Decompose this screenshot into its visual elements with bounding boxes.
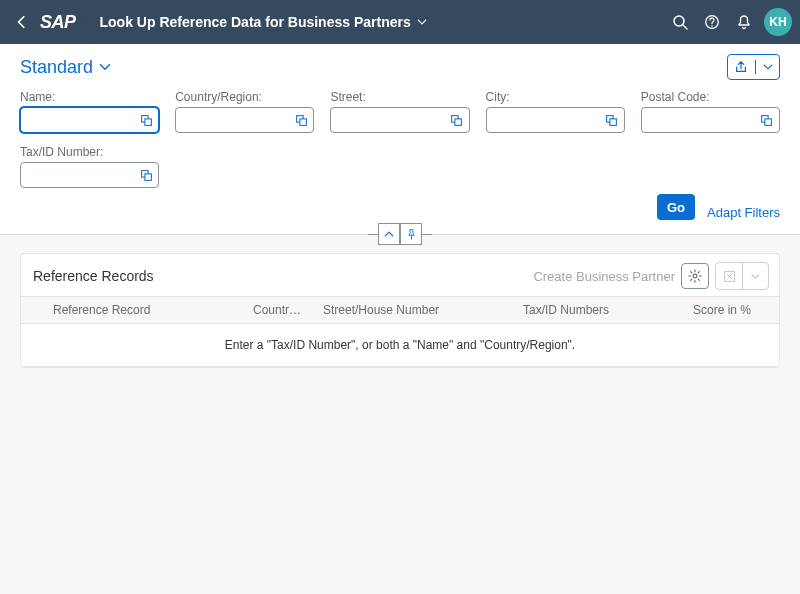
table-empty-text: Enter a "Tax/ID Number", or both a "Name… — [21, 324, 779, 367]
col-select-all[interactable] — [21, 297, 45, 324]
table-empty-row: Enter a "Tax/ID Number", or both a "Name… — [21, 324, 779, 367]
help-button[interactable] — [696, 6, 728, 38]
col-street[interactable]: Street/House Number — [315, 297, 515, 324]
export-menu-button — [715, 262, 769, 290]
value-help-icon — [140, 169, 153, 182]
svg-rect-8 — [300, 118, 307, 125]
filter-taxid-label: Tax/ID Number: — [20, 145, 159, 159]
filter-city: City: — [486, 90, 625, 133]
filter-name: Name: — [20, 90, 159, 133]
help-icon — [704, 14, 720, 30]
table-header-row: Reference Record Country/Re... Street/Ho… — [21, 297, 779, 324]
filter-postal: Postal Code: — [641, 90, 780, 133]
variant-name: Standard — [20, 57, 93, 78]
filter-street: Street: — [330, 90, 469, 133]
go-button[interactable]: Go — [657, 194, 695, 220]
app-title-text: Look Up Reference Data for Business Part… — [100, 14, 411, 30]
city-value-help-button[interactable] — [603, 111, 621, 129]
filter-country: Country/Region: — [175, 90, 314, 133]
filter-name-label: Name: — [20, 90, 159, 104]
sap-logo-wedge-icon — [76, 13, 90, 31]
chevron-down-icon — [751, 272, 760, 281]
export-button — [716, 263, 742, 289]
create-business-partner-button: Create Business Partner — [533, 269, 675, 284]
value-help-icon — [295, 114, 308, 127]
value-help-icon — [140, 114, 153, 127]
search-button[interactable] — [664, 6, 696, 38]
svg-point-4 — [711, 25, 713, 27]
user-avatar[interactable]: KH — [764, 8, 792, 36]
chevron-down-icon — [417, 17, 427, 27]
value-help-icon — [450, 114, 463, 127]
filter-bar: Standard Name: Country/Region: — [0, 44, 800, 235]
bell-icon — [736, 14, 752, 30]
chevron-up-icon — [384, 229, 394, 239]
shell-header: SAP Look Up Reference Data for Business … — [0, 0, 800, 44]
content-area: Reference Records Create Business Partne… — [0, 235, 800, 368]
gear-icon — [688, 269, 702, 283]
filter-country-label: Country/Region: — [175, 90, 314, 104]
share-menu-button[interactable] — [727, 54, 780, 80]
export-dropdown-button — [742, 263, 768, 289]
svg-rect-12 — [610, 118, 617, 125]
col-country[interactable]: Country/Re... — [245, 297, 315, 324]
postal-value-help-button[interactable] — [758, 111, 776, 129]
search-icon — [672, 14, 688, 30]
reference-records-table: Reference Record Country/Re... Street/Ho… — [21, 296, 779, 367]
col-reference-record[interactable]: Reference Record — [45, 297, 245, 324]
header-collapse-handle — [368, 223, 432, 245]
share-icon — [734, 60, 748, 74]
table-toolbar: Reference Records Create Business Partne… — [21, 254, 779, 296]
user-initials: KH — [769, 15, 786, 29]
col-taxids[interactable]: Tax/ID Numbers — [515, 297, 679, 324]
country-value-help-button[interactable] — [292, 111, 310, 129]
value-help-icon — [605, 114, 618, 127]
notifications-button[interactable] — [728, 6, 760, 38]
pin-header-button[interactable] — [400, 223, 422, 245]
collapse-header-button[interactable] — [378, 223, 400, 245]
value-help-icon — [760, 114, 773, 127]
excel-export-icon — [723, 270, 736, 283]
chevron-down-icon — [763, 62, 773, 72]
table-title: Reference Records — [33, 268, 154, 284]
sap-logo: SAP — [40, 12, 90, 33]
svg-rect-6 — [145, 118, 152, 125]
variant-selector[interactable]: Standard — [20, 57, 111, 78]
svg-line-2 — [683, 25, 687, 29]
pin-icon — [406, 229, 417, 240]
sap-logo-text: SAP — [40, 12, 76, 33]
reference-records-panel: Reference Records Create Business Partne… — [20, 253, 780, 368]
table-settings-button[interactable] — [681, 263, 709, 289]
name-value-help-button[interactable] — [137, 111, 155, 129]
filter-taxid: Tax/ID Number: — [20, 145, 159, 188]
svg-rect-10 — [455, 118, 462, 125]
filter-street-label: Street: — [330, 90, 469, 104]
chevron-down-icon — [99, 61, 111, 73]
filter-postal-label: Postal Code: — [641, 90, 780, 104]
svg-marker-0 — [78, 13, 88, 31]
svg-rect-14 — [765, 118, 772, 125]
taxid-value-help-button[interactable] — [137, 166, 155, 184]
street-value-help-button[interactable] — [448, 111, 466, 129]
chevron-left-icon — [15, 15, 29, 29]
adapt-filters-button[interactable]: Adapt Filters — [707, 205, 780, 220]
app-title-dropdown[interactable]: Look Up Reference Data for Business Part… — [100, 14, 427, 30]
svg-rect-16 — [145, 173, 152, 180]
back-button[interactable] — [8, 8, 36, 36]
col-score[interactable]: Score in % — [679, 297, 759, 324]
filter-city-label: City: — [486, 90, 625, 104]
svg-point-17 — [693, 274, 697, 278]
